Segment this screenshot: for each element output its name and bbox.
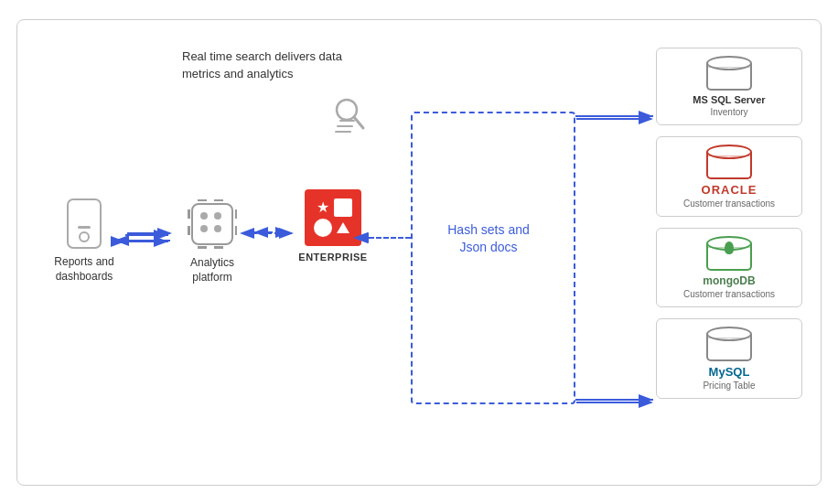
analytics-label: Analytics platform <box>190 255 234 286</box>
enterprise-triangle <box>337 222 349 233</box>
mysql-sublabel: Pricing Table <box>703 381 755 391</box>
node-analytics: Analytics platform <box>171 198 253 286</box>
node-reports: Reports and dashboards <box>43 198 125 285</box>
db-mysql-cylinder <box>706 327 752 361</box>
enterprise-star: ★ <box>314 198 332 217</box>
chip-pin-t1 <box>198 199 207 202</box>
chip-pin-r1 <box>235 209 238 219</box>
mssql-sublabel: Inventory <box>710 107 747 117</box>
enterprise-circle <box>314 219 332 237</box>
db-mongo-cylinder <box>706 236 752 271</box>
chip-dot-4 <box>214 225 221 232</box>
enterprise-icon: ★ <box>305 189 361 246</box>
chip-dot-1 <box>200 212 208 220</box>
dashed-boundary-box <box>411 112 575 404</box>
db-mssql-cylinder <box>706 56 752 91</box>
description-text: Real time search delivers data metrics a… <box>182 48 347 83</box>
chip-pin-b1 <box>198 246 207 249</box>
enterprise-label: ENTERPRISE <box>298 252 367 263</box>
chip-pin-b2 <box>214 246 223 249</box>
chip-icon <box>187 198 238 250</box>
diagram-container: Real time search delivers data metrics a… <box>16 19 822 486</box>
svg-line-1 <box>354 117 363 128</box>
db-mssql: MS SQL Server Inventory <box>656 48 802 125</box>
chip-pin-r2 <box>235 226 238 235</box>
analytics-cloud-icon <box>327 93 378 146</box>
oracle-name: ORACLE <box>702 183 757 197</box>
chip-pin-t2 <box>214 199 223 202</box>
chip-pin-l2 <box>188 226 190 235</box>
mssql-name: MS SQL Server <box>693 94 765 105</box>
db-mysql: MySQL Pricing Table <box>656 318 802 399</box>
chip-pin-l1 <box>188 209 190 219</box>
chip-dot-3 <box>200 225 208 232</box>
mysql-name: MySQL <box>709 365 750 379</box>
oracle-sublabel: Customer transactions <box>683 198 775 209</box>
phone-button <box>79 231 90 242</box>
chip-dot-2 <box>214 212 221 220</box>
enterprise-square <box>334 198 352 217</box>
databases-column: MS SQL Server Inventory ORACLE Customer … <box>656 48 802 399</box>
mongo-name: mongoDB <box>703 274 755 287</box>
reports-label: Reports and dashboards <box>54 254 113 285</box>
db-oracle: ORACLE Customer transactions <box>656 136 802 217</box>
db-oracle-cylinder <box>706 145 752 179</box>
mongo-sublabel: Customer transactions <box>683 289 775 299</box>
phone-speaker <box>78 226 91 229</box>
db-mongo: mongoDB Customer transactions <box>656 228 802 307</box>
node-enterprise: ★ ENTERPRISE <box>292 189 374 263</box>
phone-icon <box>67 198 102 249</box>
